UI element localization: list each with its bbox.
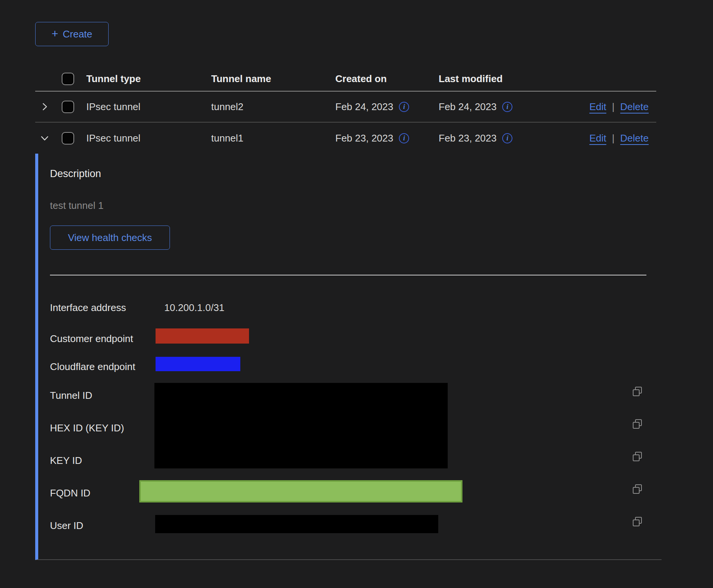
select-all-checkbox[interactable] xyxy=(62,73,74,85)
delete-link[interactable]: Delete xyxy=(620,101,649,113)
edit-link[interactable]: Edit xyxy=(589,101,606,113)
table-header-row: Tunnel type Tunnel name Created on Last … xyxy=(35,67,656,92)
interface-address-label: Interface address xyxy=(50,302,126,314)
user-id-label: User ID xyxy=(50,520,83,532)
header-tunnel-name: Tunnel name xyxy=(211,73,335,85)
cell-tunnel-name: tunnel1 xyxy=(211,132,335,144)
copy-hex-id-button[interactable] xyxy=(631,418,644,431)
copy-fqdn-id-button[interactable] xyxy=(631,483,644,496)
actions-separator: | xyxy=(612,101,615,113)
copy-icon xyxy=(631,483,644,496)
create-button[interactable]: + Create xyxy=(35,22,109,46)
view-health-checks-button[interactable]: View health checks xyxy=(50,226,170,250)
copy-icon xyxy=(631,385,644,398)
details-divider xyxy=(50,275,646,275)
user-id-redacted-value xyxy=(155,515,438,533)
expand-row-button[interactable] xyxy=(39,101,50,112)
cell-tunnel-name: tunnel2 xyxy=(211,101,335,113)
info-icon[interactable]: i xyxy=(502,102,512,112)
copy-user-id-button[interactable] xyxy=(631,515,644,528)
edit-link[interactable]: Edit xyxy=(589,132,606,144)
cell-last-modified: Feb 23, 2023 xyxy=(439,132,497,144)
copy-tunnel-id-button[interactable] xyxy=(631,385,644,398)
delete-link[interactable]: Delete xyxy=(620,132,649,144)
chevron-right-icon xyxy=(40,102,50,112)
info-icon[interactable]: i xyxy=(502,133,512,143)
copy-icon xyxy=(631,515,644,528)
cloudflare-endpoint-redacted-value xyxy=(156,357,240,371)
customer-endpoint-redacted-value xyxy=(156,328,249,344)
cell-created-on: Feb 23, 2023 xyxy=(335,132,393,144)
ipsec-tunnels-page: + Create Tunnel type Tunnel name Created… xyxy=(0,0,713,588)
fqdn-id-redacted-value xyxy=(139,480,462,502)
info-icon[interactable]: i xyxy=(399,133,409,143)
header-last-modified: Last modified xyxy=(439,73,582,85)
collapse-row-button[interactable] xyxy=(39,132,50,144)
description-value: test tunnel 1 xyxy=(50,200,104,212)
copy-icon xyxy=(631,418,644,431)
interface-address-value: 10.200.1.0/31 xyxy=(164,302,224,314)
header-tunnel-type: Tunnel type xyxy=(86,73,211,85)
cell-created-on: Feb 24, 2023 xyxy=(335,101,393,113)
info-icon[interactable]: i xyxy=(399,102,409,112)
chevron-down-icon xyxy=(40,133,50,143)
hex-id-label: HEX ID (KEY ID) xyxy=(50,422,124,434)
description-label: Description xyxy=(50,168,101,180)
copy-icon xyxy=(631,450,644,463)
row-checkbox[interactable] xyxy=(62,101,74,113)
cloudflare-endpoint-label: Cloudflare endpoint xyxy=(50,361,135,373)
cell-tunnel-type: IPsec tunnel xyxy=(86,132,211,144)
key-id-label: KEY ID xyxy=(50,455,82,467)
create-button-label: Create xyxy=(63,28,92,40)
ids-redacted-value xyxy=(154,383,448,468)
tunnels-table: Tunnel type Tunnel name Created on Last … xyxy=(35,67,656,154)
table-row-tunnel1: IPsec tunnel tunnel1 Feb 23, 2023 i Feb … xyxy=(35,123,656,154)
copy-key-id-button[interactable] xyxy=(631,450,644,463)
header-created-on: Created on xyxy=(335,73,439,85)
cell-tunnel-type: IPsec tunnel xyxy=(86,101,211,113)
fqdn-id-label: FQDN ID xyxy=(50,487,90,499)
tunnel-id-label: Tunnel ID xyxy=(50,390,92,401)
view-health-checks-label: View health checks xyxy=(68,232,152,244)
cell-last-modified: Feb 24, 2023 xyxy=(439,101,497,113)
tunnel-details-panel: Description test tunnel 1 View health ch… xyxy=(35,154,662,560)
customer-endpoint-label: Customer endpoint xyxy=(50,333,133,345)
table-row-tunnel2: IPsec tunnel tunnel2 Feb 24, 2023 i Feb … xyxy=(35,92,656,123)
actions-separator: | xyxy=(612,132,615,144)
row-checkbox[interactable] xyxy=(62,132,74,145)
plus-icon: + xyxy=(51,28,58,39)
